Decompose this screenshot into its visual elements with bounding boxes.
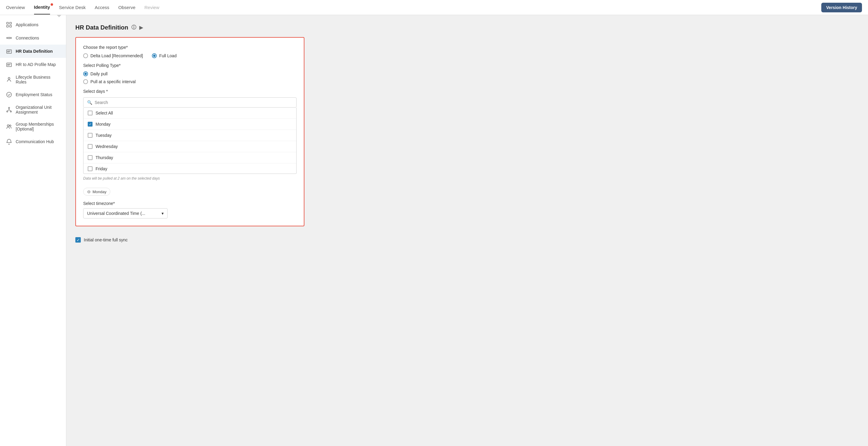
- search-container: 🔍: [83, 97, 297, 107]
- sidebar-label-groups: Group Memberships [Optional]: [16, 122, 60, 131]
- nav-arrow: [57, 15, 61, 17]
- search-icon: 🔍: [87, 100, 92, 105]
- nav-items: Overview Identity Service Desk Access Ob…: [6, 0, 821, 14]
- label-thursday: Thursday: [96, 155, 113, 160]
- sidebar-label-comms: Communication Hub: [16, 139, 54, 144]
- radio-circle-delta: [83, 53, 88, 58]
- label-select-all: Select All: [96, 110, 113, 116]
- radio-delta-label: Delta Load [Recommended]: [90, 53, 143, 58]
- sidebar-label-hr-ad: HR to AD Profile Map: [16, 62, 56, 67]
- report-type-label: Choose the report type*: [83, 45, 297, 50]
- svg-rect-3: [10, 25, 11, 27]
- sidebar-label-connections: Connections: [16, 36, 39, 40]
- nav-review[interactable]: Review: [144, 1, 159, 14]
- page-title-text: HR Data Definition: [75, 24, 128, 31]
- radio-daily[interactable]: Daily pull: [83, 71, 107, 76]
- play-icon[interactable]: ▶: [139, 25, 143, 30]
- sidebar-item-org-unit[interactable]: Organizational Unit Assignment: [0, 101, 66, 118]
- svg-point-7: [7, 51, 9, 52]
- help-icon[interactable]: ⓘ: [131, 24, 136, 31]
- radio-circle-full: [152, 53, 157, 58]
- svg-point-16: [10, 125, 11, 127]
- dropdown-select-all[interactable]: Select All: [84, 107, 296, 119]
- sidebar-item-hr-ad[interactable]: HR to AD Profile Map: [0, 58, 66, 71]
- dropdown-list: Select All Monday Tuesday Wednesday: [83, 107, 297, 174]
- sidebar-label-org-unit: Organizational Unit Assignment: [16, 105, 60, 115]
- selected-day-label: Monday: [93, 190, 106, 194]
- svg-rect-1: [10, 22, 11, 24]
- radio-delta[interactable]: Delta Load [Recommended]: [83, 53, 143, 58]
- days-section: Select days * 🔍 Select All Monday: [83, 89, 297, 219]
- sidebar-item-lifecycle[interactable]: Lifecycle Business Rules: [0, 71, 66, 88]
- checkbox-monday: [88, 122, 93, 127]
- bell-icon: [6, 139, 12, 145]
- sidebar-item-connections[interactable]: Connections: [0, 31, 66, 44]
- nav-identity[interactable]: Identity: [34, 0, 50, 14]
- nav-observe[interactable]: Observe: [119, 1, 135, 14]
- sidebar-item-employment[interactable]: Employment Status: [0, 88, 66, 101]
- layout: Applications Connections HR Data Definit…: [0, 15, 868, 446]
- sidebar: Applications Connections HR Data Definit…: [0, 15, 66, 446]
- radio-full-label: Full Load: [159, 53, 177, 58]
- version-history-button[interactable]: Version History: [821, 3, 862, 12]
- radio-interval-label: Pull at a specific interval: [90, 79, 135, 84]
- days-label: Select days *: [83, 89, 297, 94]
- top-nav: Overview Identity Service Desk Access Ob…: [0, 0, 868, 15]
- svg-point-5: [10, 37, 11, 39]
- nav-overview[interactable]: Overview: [6, 1, 25, 14]
- timezone-value: Universal Coordinated Time (...: [87, 211, 145, 216]
- checkbox-friday: [88, 166, 93, 171]
- selected-day-tag[interactable]: ⊖ Monday: [83, 188, 110, 196]
- svg-point-15: [7, 125, 9, 127]
- nav-servicedesk[interactable]: Service Desk: [59, 1, 86, 14]
- person-icon: [6, 76, 12, 83]
- label-wednesday: Wednesday: [96, 144, 118, 149]
- label-friday: Friday: [96, 166, 107, 171]
- radio-circle-daily: [83, 71, 88, 76]
- sidebar-item-groups[interactable]: Group Memberships [Optional]: [0, 118, 66, 135]
- sidebar-item-applications[interactable]: Applications: [0, 18, 66, 31]
- identity-badge: [51, 3, 53, 6]
- sidebar-item-hr-data[interactable]: HR Data Definition: [0, 44, 66, 58]
- dropdown-friday[interactable]: Friday: [84, 163, 296, 174]
- sidebar-item-comms[interactable]: Communication Hub: [0, 135, 66, 148]
- timezone-select[interactable]: Universal Coordinated Time (... ▾: [83, 208, 167, 219]
- search-input[interactable]: [95, 100, 293, 105]
- timezone-label: Select timezone*: [83, 201, 297, 206]
- page-title-area: HR Data Definition ⓘ ▶: [75, 24, 859, 31]
- nav-identity-wrapper: Identity: [34, 0, 50, 14]
- label-tuesday: Tuesday: [96, 133, 112, 138]
- svg-point-4: [7, 37, 8, 39]
- checkbox-select-all: [88, 110, 93, 116]
- id-card2-icon: [6, 61, 12, 67]
- org-icon: [6, 107, 12, 113]
- sync-label: Initial one-time full sync: [84, 237, 128, 242]
- grid-icon: [6, 22, 12, 28]
- bottom-section: Initial one-time full sync: [75, 232, 859, 247]
- sync-checkbox[interactable]: [75, 237, 81, 243]
- dropdown-thursday[interactable]: Thursday: [84, 152, 296, 163]
- radio-full[interactable]: Full Load: [152, 53, 177, 58]
- form-card: Choose the report type* Delta Load [Reco…: [75, 37, 304, 226]
- nav-access[interactable]: Access: [95, 1, 109, 14]
- svg-point-9: [7, 64, 9, 65]
- svg-point-12: [8, 107, 10, 108]
- dropdown-wednesday[interactable]: Wednesday: [84, 141, 296, 152]
- svg-point-14: [10, 111, 11, 112]
- polling-type-group: Daily pull Pull at a specific interval: [83, 71, 297, 84]
- svg-rect-0: [7, 22, 8, 24]
- connection-icon: [6, 35, 12, 41]
- dropdown-tuesday[interactable]: Tuesday: [84, 130, 296, 141]
- dropdown-monday[interactable]: Monday: [84, 119, 296, 130]
- polling-type-label: Select Polling Type*: [83, 63, 297, 68]
- id-card-icon: [6, 48, 12, 54]
- label-monday: Monday: [96, 122, 111, 127]
- tag-remove-icon: ⊖: [87, 189, 91, 194]
- people-icon: [6, 124, 12, 130]
- checkbox-tuesday: [88, 133, 93, 138]
- report-type-group: Delta Load [Recommended] Full Load: [83, 53, 297, 58]
- checkbox-wednesday: [88, 144, 93, 149]
- radio-interval[interactable]: Pull at a specific interval: [83, 79, 135, 84]
- main-content: HR Data Definition ⓘ ▶ Choose the report…: [66, 15, 868, 446]
- check-circle-icon: [6, 92, 12, 98]
